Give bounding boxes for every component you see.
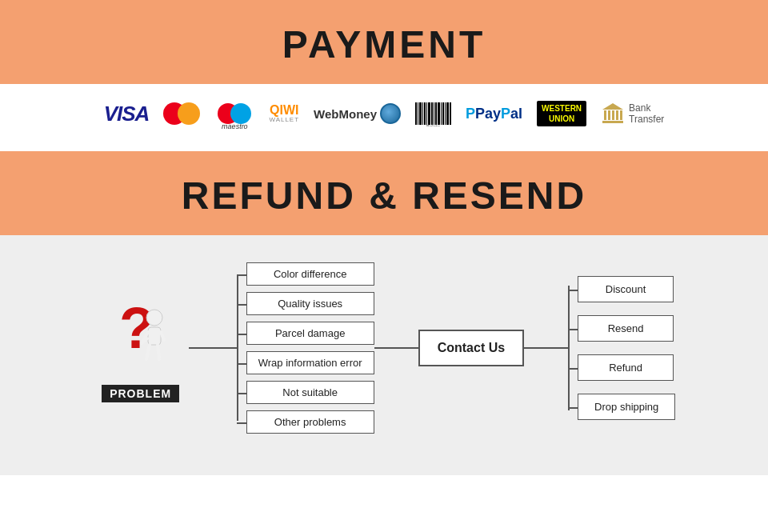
svg-rect-22 bbox=[620, 110, 622, 120]
mc-orange-circle bbox=[178, 102, 200, 125]
middle-connector bbox=[374, 347, 418, 349]
svg-rect-3 bbox=[422, 102, 423, 125]
problem-box-3: Parcel damage bbox=[246, 322, 374, 345]
problem-item-2: Quality issues bbox=[237, 292, 374, 315]
refund-header-section: REFUND & RESEND bbox=[0, 151, 768, 235]
maestro-circle-2 bbox=[230, 103, 251, 124]
svg-rect-5 bbox=[426, 102, 427, 125]
svg-rect-6 bbox=[428, 102, 430, 125]
diagram-section: ? PROBLEM Color difference Quality issue… bbox=[0, 235, 768, 475]
paypal-logo: PPayPal bbox=[466, 98, 522, 129]
svg-rect-13 bbox=[445, 102, 446, 125]
mastercard-logo bbox=[163, 98, 200, 129]
mid-line bbox=[374, 347, 418, 349]
svg-rect-2 bbox=[419, 102, 422, 125]
solutions-list: Discount Resend Refund Drop shipping bbox=[568, 270, 675, 426]
svg-rect-20 bbox=[612, 110, 614, 120]
problem-box-2: Quality issues bbox=[246, 292, 374, 315]
svg-rect-14 bbox=[446, 102, 449, 125]
solution-item-3: Refund bbox=[568, 354, 675, 381]
svg-rect-12 bbox=[442, 102, 444, 125]
svg-rect-18 bbox=[604, 110, 606, 120]
problem-box-4: Wrap information error bbox=[246, 351, 374, 374]
problem-item-1: Color difference bbox=[237, 262, 374, 286]
diagram-inner: ? PROBLEM Color difference Quality issue… bbox=[16, 259, 752, 437]
problem-item-6: Other problems bbox=[237, 410, 374, 434]
maestro-logo: maestro bbox=[214, 98, 254, 129]
svg-rect-19 bbox=[608, 110, 610, 120]
svg-rect-21 bbox=[616, 110, 618, 120]
solution-item-2: Resend bbox=[568, 315, 675, 342]
svg-line-28 bbox=[161, 332, 164, 340]
problem-item-4: Wrap information error bbox=[237, 351, 374, 374]
solution-item-4: Drop shipping bbox=[568, 394, 675, 420]
bank-transfer-label: BankTransfer bbox=[629, 102, 664, 125]
svg-rect-10 bbox=[438, 102, 440, 125]
problem-figure: ? PROBLEM bbox=[93, 294, 189, 402]
visa-logo: VISA bbox=[104, 98, 150, 129]
left-connector-line bbox=[189, 347, 237, 349]
svg-rect-23 bbox=[602, 121, 623, 123]
svg-text:Boleto: Boleto bbox=[426, 124, 441, 126]
qiwi-brand: QIWI WALLET bbox=[269, 104, 299, 123]
bank-icon bbox=[601, 102, 625, 126]
svg-rect-0 bbox=[415, 102, 417, 125]
svg-rect-26 bbox=[148, 327, 161, 345]
problem-box-1: Color difference bbox=[246, 262, 374, 286]
problem-item-3: Parcel damage bbox=[237, 322, 374, 345]
maestro-label: maestro bbox=[222, 122, 248, 130]
right-line bbox=[524, 347, 568, 349]
bank-transfer-logo: BankTransfer bbox=[601, 98, 664, 129]
solution-box-4: Drop shipping bbox=[578, 394, 675, 420]
svg-rect-9 bbox=[435, 102, 437, 125]
payment-title: PAYMENT bbox=[0, 22, 768, 66]
svg-rect-1 bbox=[418, 102, 418, 125]
qiwi-logo: QIWI WALLET bbox=[269, 98, 299, 129]
right-connector bbox=[524, 347, 568, 349]
problem-box-6: Other problems bbox=[246, 410, 374, 434]
svg-point-25 bbox=[146, 310, 162, 326]
problem-person-svg: ? bbox=[105, 294, 177, 382]
boleto-logo: Boleto bbox=[415, 98, 451, 129]
problems-list: Color difference Quality issues Parcel d… bbox=[237, 259, 374, 437]
payment-header-section: PAYMENT bbox=[0, 0, 768, 84]
solution-box-1: Discount bbox=[578, 276, 674, 302]
webmoney-globe bbox=[380, 103, 401, 124]
svg-rect-8 bbox=[434, 102, 434, 125]
problem-box-5: Not suitable bbox=[246, 381, 374, 404]
refund-title: REFUND & RESEND bbox=[0, 174, 768, 218]
svg-line-30 bbox=[158, 345, 159, 359]
contact-us-box[interactable]: Contact Us bbox=[418, 330, 524, 366]
western-union-logo: WESTERNUNION bbox=[537, 98, 586, 129]
svg-rect-11 bbox=[441, 102, 442, 125]
svg-rect-7 bbox=[431, 102, 433, 125]
problem-label: PROBLEM bbox=[102, 385, 179, 402]
webmoney-logo: WebMoney bbox=[314, 98, 401, 129]
problem-item-5: Not suitable bbox=[237, 381, 374, 404]
solution-item-1: Discount bbox=[568, 276, 675, 302]
solution-box-3: Refund bbox=[578, 354, 674, 381]
svg-rect-4 bbox=[424, 102, 426, 125]
boleto-barcode: Boleto bbox=[415, 101, 451, 126]
svg-marker-17 bbox=[602, 103, 623, 110]
solution-box-2: Resend bbox=[578, 315, 674, 342]
payment-logos-bar: VISA maestro QIWI WALLET WebMoney bbox=[0, 84, 768, 143]
svg-rect-15 bbox=[450, 102, 451, 125]
